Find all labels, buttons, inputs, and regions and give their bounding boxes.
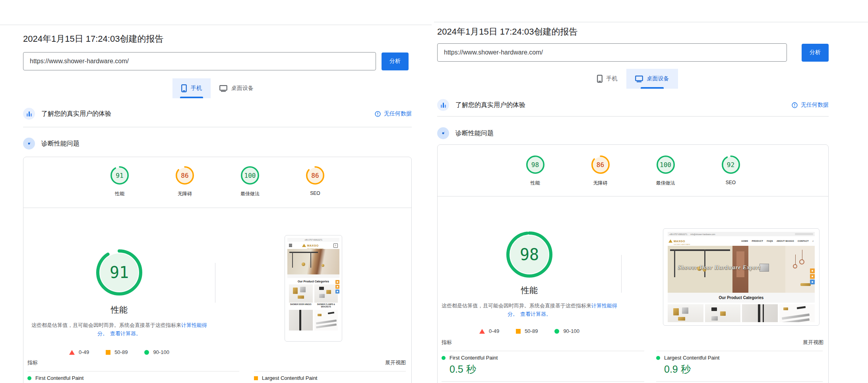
bar-chart-icon — [23, 108, 35, 120]
section-divider — [23, 127, 412, 127]
next-metric-divider — [442, 381, 644, 383]
report-panel-desktop: 2024年1月15日 17:24:03创建的报告 分析 手机 桌面设备 — [434, 0, 868, 383]
score-gauge-performance[interactable]: 98 性能 — [517, 155, 553, 187]
green-circle-icon — [144, 350, 149, 355]
categories-title: Our Product Categories — [287, 278, 339, 284]
field-data-section: 了解您的真实用户的体验 无任何数据 — [437, 99, 829, 111]
site-thumbnail-desktop[interactable]: +86-0757-83810271 info@shower-hardware.c… — [663, 228, 820, 326]
product-photo — [705, 304, 741, 322]
tab-mobile[interactable]: 手机 — [172, 78, 211, 98]
tab-mobile-label: 手机 — [606, 75, 618, 82]
categories-title: Our Product Categories — [668, 293, 815, 303]
analyze-button[interactable]: 分析 — [382, 52, 409, 70]
score-gauge-accessibility[interactable]: 86 无障碍 — [167, 166, 203, 197]
report-card: 98 性能 86 无障碍 100 最佳做法 — [437, 144, 829, 383]
diagnose-section: 诊断性能问题 — [437, 127, 829, 139]
top-header-strip — [0, 0, 432, 25]
cart-fab-icon — [335, 280, 339, 284]
performance-label: 性能 — [111, 304, 128, 315]
field-data-section-title: 了解您的真实用户的体验 — [455, 101, 525, 109]
score-gauge-performance[interactable]: 91 性能 — [102, 166, 138, 197]
page-title: 2024年1月15日 17:24:03创建的报告 — [23, 33, 412, 45]
legend-item-pass: 90-100 — [554, 328, 579, 334]
performance-area: 91 性能 这些都是估算值，且可能会因时而异。系统会直接基于这些指标来计算性能得… — [23, 208, 411, 355]
score-gauge-best-practices[interactable]: 100 最佳做法 — [232, 166, 268, 197]
score-gauge-seo[interactable]: 86 SEO — [297, 166, 333, 197]
category-caption: SHOWER CLAMPS & BRACKETS — [314, 303, 338, 308]
field-data-section-title: 了解您的真实用户的体验 — [41, 110, 111, 118]
metrics-header: 指标 展开视图 — [27, 359, 406, 366]
score-gauge-seo[interactable]: 92 SEO — [713, 155, 749, 187]
hero-image — [287, 249, 339, 274]
product-photo — [289, 310, 313, 331]
performance-area: 98 性能 这些都是估算值，且可能会因时而异。系统会直接基于这些指标来计算性能得… — [438, 196, 828, 334]
view-calculator-link[interactable]: 查看计算器。 — [520, 311, 551, 317]
diagnose-section-title: 诊断性能问题 — [455, 129, 494, 138]
section-divider — [437, 116, 829, 117]
metric-marker-icon — [254, 376, 258, 380]
phone-icon — [597, 75, 603, 83]
page-title: 2024年1月15日 17:24:03创建的报告 — [437, 26, 829, 38]
expand-view-button[interactable]: 展开视图 — [385, 359, 406, 366]
no-data-link[interactable]: 无任何数据 — [375, 110, 412, 117]
performance-gauge-column: 98 性能 这些都是估算值，且可能会因时而异。系统会直接基于这些指标来计算性能得… — [438, 196, 621, 334]
preview-topbar: +86-0757-83810271 info@shower-hardware.c… — [668, 232, 815, 236]
metrics-label: 指标 — [27, 359, 38, 366]
no-data-label: 无任何数据 — [384, 110, 412, 117]
info-icon — [375, 111, 381, 117]
performance-gauge: 91 — [95, 249, 143, 296]
speedometer-icon — [437, 127, 449, 139]
url-row: 分析 — [437, 43, 829, 62]
no-data-label: 无任何数据 — [801, 101, 829, 109]
metrics-header: 指标 展开视图 — [442, 339, 823, 346]
tab-desktop[interactable]: 桌面设备 — [211, 78, 262, 98]
product-photo — [314, 310, 338, 331]
url-input[interactable] — [23, 52, 376, 70]
score-gauge-best-practices[interactable]: 100 最佳做法 — [648, 155, 684, 187]
metric-fcp: First Contentful Paint 0.5 秒 — [442, 351, 644, 376]
url-row: 分析 — [23, 52, 412, 70]
report-card: 91 性能 86 无障碍 100 最佳做法 — [23, 157, 412, 383]
red-triangle-icon — [69, 350, 75, 355]
score-gauge-accessibility[interactable]: 86 无障碍 — [583, 155, 618, 187]
view-calculator-link[interactable]: 查看计算器。 — [110, 331, 141, 336]
phone-icon — [181, 84, 187, 92]
score-legend: 0-49 50-89 90-100 — [479, 328, 579, 334]
metric-lcp: Largest Contentful Paint 3.3 秒 — [254, 371, 406, 383]
metric-lcp: Largest Contentful Paint 0.9 秒 — [656, 351, 823, 376]
disclaimer-text: 这些都是估算值，且可能会因时而异。系统会直接基于这些指标来计算性能得分。查看计算… — [442, 301, 617, 318]
metric-marker-icon — [656, 356, 660, 360]
category-caption: SHOWER DOOR HINGES — [289, 303, 313, 306]
tab-mobile[interactable]: 手机 — [588, 69, 626, 89]
metric-marker-icon — [27, 376, 31, 380]
report-panel-mobile: 2024年1月15日 17:24:03创建的报告 分析 手机 桌面设备 — [0, 0, 432, 383]
legend-item-average: 50-89 — [516, 328, 538, 334]
hamburger-icon — [289, 244, 292, 247]
category-scores-row: 98 性能 86 无障碍 100 最佳做法 — [438, 145, 828, 187]
metric-fcp: First Contentful Paint 1.6 秒 — [27, 371, 239, 383]
cart-icon: 0 — [333, 243, 338, 248]
diagnose-section: 诊断性能问题 — [23, 138, 412, 150]
mail-fab-icon — [335, 290, 339, 294]
preview-nav: HOME PRODUCT FAQS ABOUT MAXGO CONTACT ⌕ — [741, 239, 814, 243]
site-thumbnail-mobile[interactable]: +86-0757-83810271 MAXGOSHOWER HARDWARE 0 — [285, 235, 342, 342]
metrics-label: 指标 — [442, 339, 452, 346]
mail-fab-icon — [810, 280, 815, 284]
desktop-icon — [635, 76, 643, 82]
brand-logo: MAXGOSHOWER HARDWARE — [668, 237, 690, 245]
floating-buttons — [810, 268, 815, 284]
disclaimer-text: 这些都是估算值，且可能会因时而异。系统会直接基于这些指标来计算性能得分。查看计算… — [27, 321, 211, 338]
hero-title: Shower Door Hardware Expert — [678, 264, 761, 271]
url-input[interactable] — [437, 43, 787, 62]
orange-square-icon — [516, 329, 521, 334]
legend-item-pass: 90-100 — [144, 349, 169, 355]
tab-desktop[interactable]: 桌面设备 — [626, 69, 678, 89]
legend-item-average: 50-89 — [106, 349, 128, 355]
field-data-section: 了解您的真实用户的体验 无任何数据 — [23, 108, 412, 120]
expand-view-button[interactable]: 展开视图 — [803, 339, 823, 346]
red-triangle-icon — [479, 329, 485, 334]
device-tabs: 手机 桌面设备 — [437, 69, 829, 89]
analyze-button[interactable]: 分析 — [802, 44, 829, 62]
no-data-link[interactable]: 无任何数据 — [792, 101, 829, 109]
metrics-grid: First Contentful Paint 1.6 秒 Largest Con… — [27, 371, 406, 383]
